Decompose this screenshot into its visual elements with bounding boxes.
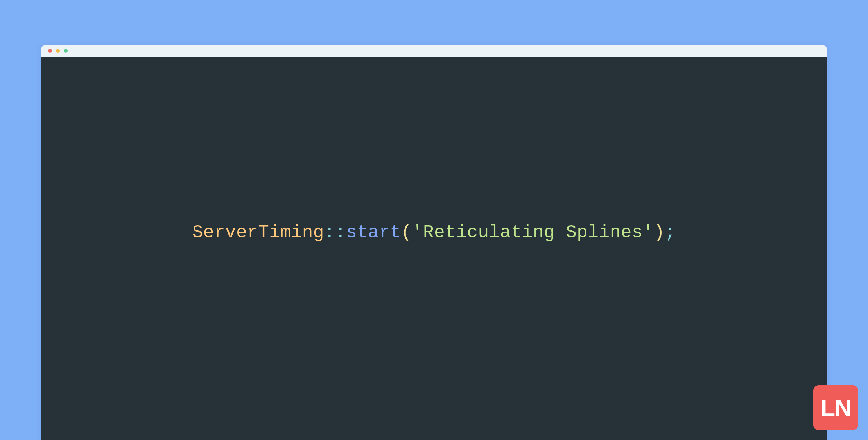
token-method-name: start xyxy=(346,223,401,243)
watermark-text: LN xyxy=(820,396,851,420)
editor-body: ServerTiming::start('Reticulating Spline… xyxy=(41,57,827,440)
window-titlebar xyxy=(41,45,827,57)
token-scope-operator: :: xyxy=(324,223,346,243)
close-icon[interactable] xyxy=(48,49,52,53)
editor-window: ServerTiming::start('Reticulating Spline… xyxy=(41,45,827,440)
maximize-icon[interactable] xyxy=(64,49,68,53)
code-line: ServerTiming::start('Reticulating Spline… xyxy=(192,223,676,243)
token-close-paren: ) xyxy=(654,223,665,243)
minimize-icon[interactable] xyxy=(56,49,60,53)
token-terminator: ; xyxy=(665,223,676,243)
token-string-literal: 'Reticulating Splines' xyxy=(412,223,654,243)
token-class-name: ServerTiming xyxy=(192,223,324,243)
token-open-paren: ( xyxy=(401,223,412,243)
logo-watermark: LN xyxy=(813,385,858,430)
